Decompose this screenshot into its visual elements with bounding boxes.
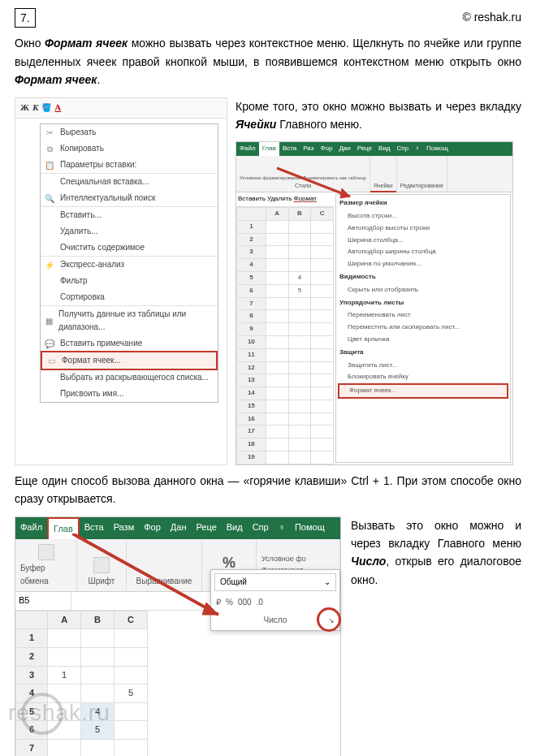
drop-item[interactable]: Ширина столбца... <box>338 235 508 247</box>
ctx-item[interactable]: Сортировка <box>41 289 218 306</box>
ribbon-tab[interactable]: Спр <box>248 517 274 540</box>
menu-icon: 📋 <box>44 159 55 171</box>
ribbon-tab[interactable]: Помощ <box>423 142 452 156</box>
ctx-label: Экспресс-анализ <box>60 258 124 271</box>
drop-item[interactable]: Цвет ярлычка <box>338 334 508 346</box>
drop-heading: Упорядочить листы <box>338 296 508 310</box>
svg-line-2 <box>72 534 218 615</box>
ctx-item[interactable]: Фильтр <box>41 273 218 289</box>
delete-button[interactable]: Удалить <box>267 194 292 205</box>
drop-item[interactable]: Переименовать лист <box>338 309 508 322</box>
ctx-label: Фильтр <box>60 274 88 287</box>
row-shot1: Ж К 🪣 A ✂Вырезать⧉Копировать📋Параметры в… <box>15 97 521 465</box>
drop-heading: Видимость <box>338 270 508 284</box>
ribbon-group-cells[interactable]: Ячейки <box>370 156 396 192</box>
ctx-label: Очистить содержимое <box>60 241 145 254</box>
excel-context-menu-screenshot: Ж К 🪣 A ✂Вырезать⧉Копировать📋Параметры в… <box>15 97 227 465</box>
ctx-label: Интеллектуальный поиск <box>60 192 155 205</box>
font-color-icon[interactable]: A <box>54 101 61 115</box>
ribbon-tab[interactable]: Помощ <box>290 517 330 540</box>
drop-item[interactable]: Высота строки... <box>338 210 508 222</box>
ribbon-tab[interactable]: Файл <box>236 142 259 156</box>
side-column: Кроме того, это окно можно вызвать и чер… <box>236 97 521 465</box>
drop-item[interactable]: Скрыть или отобразить <box>338 284 508 296</box>
italic-icon[interactable]: К <box>32 101 38 115</box>
format-button[interactable]: Формат <box>293 194 316 205</box>
chevron-down-icon: ⌄ <box>324 576 331 589</box>
ctx-item[interactable]: 📋Параметры вставки: <box>41 157 218 174</box>
ctx-item[interactable]: Вставить... <box>41 207 218 223</box>
ribbon-tab[interactable]: Фор <box>317 142 335 156</box>
drop-item[interactable]: Автоподбор ширины столбца <box>338 246 508 258</box>
drop-item[interactable]: Ширина по умолчанию... <box>338 258 508 270</box>
ctx-item[interactable]: Специальная вставка... <box>41 174 218 190</box>
format-dropdown: Размер ячейкиВысота строки...Автоподбор … <box>335 194 511 463</box>
menu-icon <box>44 372 55 383</box>
ctx-item[interactable]: ⚡Экспресс-анализ <box>41 257 218 273</box>
spreadsheet-grid: Вставить Удалить Формат ABC1234546578910… <box>236 192 334 464</box>
menu-icon: 🔍 <box>44 192 55 204</box>
ribbon-tab[interactable]: Вид <box>375 142 393 156</box>
menu-icon: ⧉ <box>44 143 55 154</box>
menu-icon: ⚡ <box>44 259 55 270</box>
ctx-label: Формат ячеек... <box>62 354 121 367</box>
ctx-item[interactable]: 💬Вставить примечание <box>41 335 218 352</box>
menu-icon <box>44 176 55 188</box>
drop-item[interactable]: Блокировать ячейку <box>338 371 508 383</box>
ctx-item[interactable]: ✂Вырезать <box>41 124 218 140</box>
ctx-label: Присвоить имя... <box>60 387 123 400</box>
ctx-item[interactable]: Очистить содержимое <box>41 240 218 257</box>
drop-heading: Защита <box>338 346 508 360</box>
ribbon-tab[interactable]: ♀ <box>274 517 290 540</box>
mini-toolbar: Ж К 🪣 A <box>15 98 227 119</box>
drop-item[interactable]: Защитить лист... <box>338 360 508 372</box>
ribbon-tab[interactable]: Вста <box>279 142 300 156</box>
menu-icon <box>44 210 55 221</box>
paragraph-3: Еще один способ вызова данного окна — «г… <box>15 472 521 508</box>
decimal-icon[interactable]: .0 <box>257 596 263 609</box>
menu-icon: ▦ <box>44 315 54 326</box>
ctx-item[interactable]: Выбрать из раскрывающегося списка... <box>41 369 218 386</box>
ribbon-tab[interactable]: Файл <box>15 517 47 540</box>
ctx-item[interactable]: Удалить... <box>41 223 218 240</box>
drop-item[interactable]: Автоподбор высоты строки <box>338 222 508 235</box>
menu-icon: 💬 <box>44 338 55 349</box>
ctx-label: Вставить примечание <box>60 337 142 350</box>
ctx-item[interactable]: 🔍Интеллектуальный поиск <box>41 190 218 207</box>
ribbon-tab[interactable]: Спр <box>394 142 413 156</box>
drop-item[interactable]: Переместить или скопировать лист... <box>338 322 508 334</box>
ctx-label: Вставить... <box>60 209 102 222</box>
drop-item[interactable]: Формат ячеек... <box>338 383 508 399</box>
menu-icon <box>44 242 55 253</box>
ctx-item[interactable]: Присвоить имя... <box>41 386 218 402</box>
ribbon-tab[interactable]: Дан <box>335 142 353 156</box>
menu-icon: ▭ <box>45 355 57 366</box>
ribbon-tab[interactable]: Глав <box>259 142 279 156</box>
excel-cells-ribbon-screenshot: ФайлГлавВстаРазФорДанРецеВидСпр♀Помощ Ус… <box>236 141 513 465</box>
highlight-circle-icon <box>317 607 341 632</box>
bold-icon[interactable]: Ж <box>20 101 29 115</box>
ctx-item[interactable]: ▭Формат ячеек... <box>41 351 218 370</box>
ctx-label: Специальная вставка... <box>60 175 149 188</box>
copyright: © reshak.ru <box>462 8 521 26</box>
ctx-label: Параметры вставки: <box>60 158 136 171</box>
ribbon-tab[interactable]: Реце <box>354 142 375 156</box>
page-number: 7. <box>15 8 36 28</box>
ctx-item[interactable]: ⧉Копировать <box>41 140 218 157</box>
ribbon-group-editing[interactable]: Редактирование <box>397 156 447 192</box>
ctx-item[interactable]: ▦Получить данные из таблицы или диапазон… <box>41 306 218 335</box>
ctx-label: Получить данные из таблицы или диапазона… <box>58 308 211 334</box>
menu-icon <box>44 388 55 400</box>
arrow-icon <box>72 534 251 639</box>
paragraph-2: Кроме того, это окно можно вызвать и чер… <box>236 97 521 134</box>
ribbon-group-styles[interactable]: Условное форматирование Форматировать ка… <box>236 156 370 192</box>
ctx-label: Сортировка <box>60 291 105 304</box>
ribbon-group-clipboard[interactable]: Буфер обмена <box>15 539 77 591</box>
ribbon-tab[interactable]: Раз <box>300 142 317 156</box>
fill-icon[interactable]: 🪣 <box>41 102 51 114</box>
insert-button[interactable]: Вставить <box>238 194 266 205</box>
ctx-label: Выбрать из раскрывающегося списка... <box>60 371 209 384</box>
paragraph-4: Вызвать это окно можно и через вкладку Г… <box>351 516 521 756</box>
ribbon-tab[interactable]: ♀ <box>412 142 423 156</box>
name-box[interactable]: B5 <box>15 592 71 610</box>
